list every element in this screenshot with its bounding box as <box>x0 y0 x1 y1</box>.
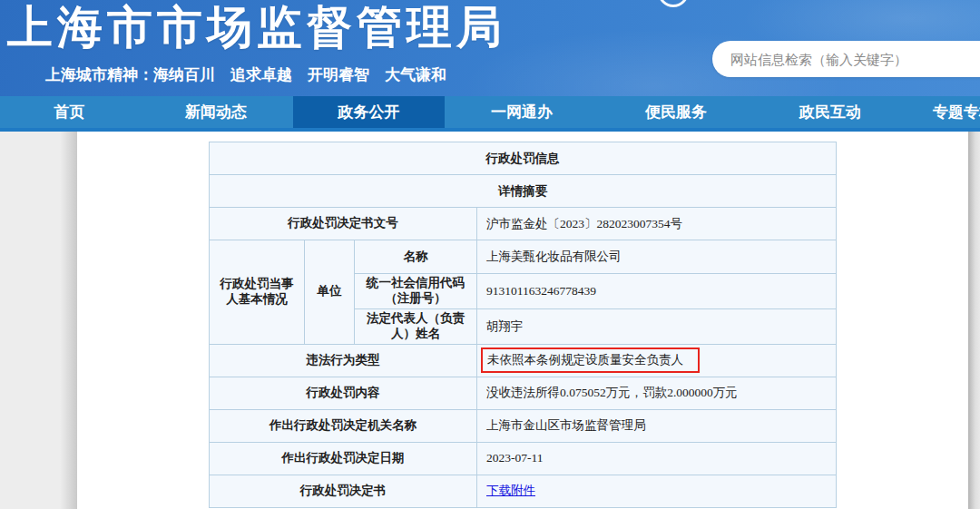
table-subtitle: 详情摘要 <box>210 175 837 208</box>
nav-tab-home[interactable]: 首页 <box>0 96 139 128</box>
table-row: 违法行为类型 未依照本条例规定设质量安全负责人 <box>210 344 837 377</box>
nav-tab-interaction[interactable]: 政民互动 <box>753 96 907 128</box>
decision-doc-cell: 下载附件 <box>477 475 837 507</box>
site-search-box <box>712 41 980 77</box>
main-nav: 首页 新闻动态 政务公开 一网通办 便民服务 政民互动 专题专栏 <box>0 96 980 128</box>
highlight-annotation: 未依照本条例规定设质量安全负责人 <box>481 347 700 373</box>
nav-tab-services[interactable]: 便民服务 <box>599 96 753 128</box>
credit-code-label: 统一社会信用代码（注册号） <box>355 274 477 309</box>
decision-date-label: 作出行政处罚决定日期 <box>210 442 477 475</box>
table-title: 行政处罚信息 <box>210 142 837 175</box>
site-slogan: 上海城市精神：海纳百川 追求卓越 开明睿智 大气谦和 <box>45 64 446 85</box>
penalty-content-value: 没收违法所得0.075052万元，罚款2.000000万元 <box>477 377 837 409</box>
credit-code-value: 913101163246778439 <box>477 274 837 309</box>
browser-page: 上海市市场监督管理局 上海城市精神：海纳百川 追求卓越 开明睿智 大气谦和 首页… <box>0 0 980 509</box>
site-title: 上海市市场监督管理局 <box>7 0 506 54</box>
logo-icon <box>658 0 689 7</box>
agency-value: 上海市金山区市场监督管理局 <box>477 409 837 442</box>
table-row: 详情摘要 <box>210 175 837 208</box>
table-row: 行政处罚当事人基本情况 单位 名称 上海美甄化妆品有限公司 <box>210 240 837 274</box>
decision-doc-label: 行政处罚决定书 <box>210 475 477 507</box>
party-name-label: 名称 <box>355 240 477 274</box>
penalty-info-table: 行政处罚信息 详情摘要 行政处罚决定书文号 沪市监金处〔2023〕2820230… <box>209 142 837 508</box>
content-area: 行政处罚信息 详情摘要 行政处罚决定书文号 沪市监金处〔2023〕2820230… <box>77 132 968 509</box>
table-row: 作出行政处罚决定机关名称 上海市金山区市场监督管理局 <box>210 409 837 442</box>
search-input[interactable] <box>712 41 980 77</box>
table-row: 作出行政处罚决定日期 2023-07-11 <box>210 442 837 475</box>
party-type-label: 单位 <box>305 240 355 345</box>
nav-tab-news[interactable]: 新闻动态 <box>139 96 293 128</box>
page-body: 行政处罚信息 详情摘要 行政处罚决定书文号 沪市监金处〔2023〕2820230… <box>0 132 980 509</box>
violation-type-cell: 未依照本条例规定设质量安全负责人 <box>477 344 837 377</box>
violation-type-label: 违法行为类型 <box>210 344 477 377</box>
table-row: 行政处罚决定书 下载附件 <box>210 475 837 507</box>
nav-tab-gov-disclosure[interactable]: 政务公开 <box>293 96 445 128</box>
doc-no-value: 沪市监金处〔2023〕282023007354号 <box>477 208 837 240</box>
nav-tab-one-stop[interactable]: 一网通办 <box>445 96 599 128</box>
penalty-content-label: 行政处罚内容 <box>210 377 477 409</box>
nav-tab-special-topics[interactable]: 专题专栏 <box>907 96 980 128</box>
table-row: 行政处罚信息 <box>210 142 837 175</box>
decision-date-value: 2023-07-11 <box>477 442 837 475</box>
legal-rep-label: 法定代表人（负责人）姓名 <box>355 308 477 344</box>
table-row: 行政处罚决定书文号 沪市监金处〔2023〕282023007354号 <box>210 208 837 240</box>
download-attachment-link[interactable]: 下载附件 <box>486 484 535 497</box>
table-row: 行政处罚内容 没收违法所得0.075052万元，罚款2.000000万元 <box>210 377 837 409</box>
right-gutter <box>968 132 980 509</box>
violation-type-value: 未依照本条例规定设质量安全负责人 <box>487 353 683 367</box>
doc-no-label: 行政处罚决定书文号 <box>210 208 477 240</box>
site-header: 上海市市场监督管理局 上海城市精神：海纳百川 追求卓越 开明睿智 大气谦和 <box>0 0 980 96</box>
party-name-value: 上海美甄化妆品有限公司 <box>477 240 837 274</box>
left-gutter <box>0 132 77 509</box>
agency-label: 作出行政处罚决定机关名称 <box>210 409 477 442</box>
party-label: 行政处罚当事人基本情况 <box>210 240 305 345</box>
legal-rep-value: 胡翔宇 <box>477 308 837 344</box>
